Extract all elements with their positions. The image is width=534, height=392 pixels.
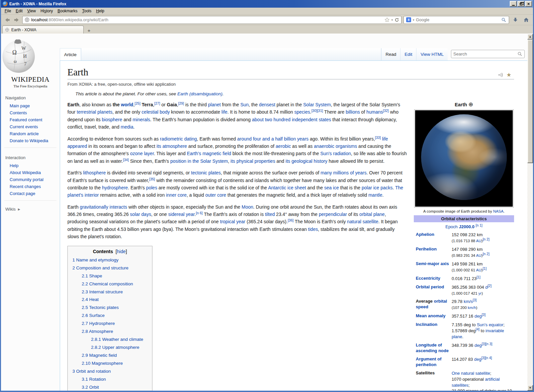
wiki-link[interactable]: biosphere: [102, 117, 123, 122]
menu-bookmarks[interactable]: Bookmarks: [55, 8, 80, 14]
wiki-link[interactable]: orbital plane: [359, 212, 385, 217]
wiki-link[interactable]: sea ice: [324, 185, 339, 190]
sidebar-item-random-article[interactable]: Random article: [1, 130, 60, 137]
wiki-link[interactable]: [25]: [134, 101, 140, 105]
wiki-link[interactable]: sidereal year: [168, 212, 195, 217]
wiki-link[interactable]: its physical properties: [230, 158, 275, 164]
wiki-link[interactable]: Mean anomaly: [416, 313, 446, 318]
engine-dropdown-icon[interactable]: ▾: [413, 18, 414, 22]
toc-link-2.7[interactable]: 2.7 Hydrosphere: [82, 321, 115, 326]
sidebar-item-current-events[interactable]: Current events: [1, 123, 60, 130]
wiki-link[interactable]: deg: [475, 343, 482, 348]
wiki-link[interactable]: AU: [476, 268, 482, 272]
url-text[interactable]: localhost:8080/en.wikipedia.org/wiki/Ear…: [31, 18, 383, 22]
wiki-link[interactable]: deg: [474, 357, 482, 362]
scrollbar-thumb[interactable]: [527, 40, 533, 163]
wiki-link[interactable]: [n 2]: [483, 252, 489, 256]
wiki-link[interactable]: Eccentricity: [416, 276, 440, 281]
menu-edit[interactable]: Edit: [13, 8, 25, 14]
wiki-link[interactable]: Argument of perihelion: [416, 356, 441, 367]
toc-link-2.6[interactable]: 2.6 Surface: [82, 313, 105, 318]
wiki-link[interactable]: billions: [346, 109, 360, 115]
earth-image[interactable]: [415, 110, 513, 207]
wiki-link[interactable]: Semi-major axis: [416, 261, 449, 266]
wiki-link[interactable]: tides: [308, 227, 318, 232]
wiki-link[interactable]: [3][n 3]: [482, 342, 492, 346]
tab-read[interactable]: Read: [381, 48, 400, 60]
search-magnifier-icon[interactable]: [501, 17, 506, 23]
google-engine-icon[interactable]: 8: [406, 17, 411, 22]
wiki-link[interactable]: terrestrial planets: [77, 109, 112, 115]
toc-link-2.8.2[interactable]: 2.8.2 Upper atmosphere: [91, 345, 139, 350]
wiki-link[interactable]: [1]: [483, 266, 487, 270]
wiki-link[interactable]: species: [294, 109, 310, 115]
sidebar-item-help[interactable]: Help: [1, 162, 60, 169]
toc-link-2.8.1[interactable]: 2.8.1 Weather and climate: [91, 337, 143, 342]
menu-tools[interactable]: Tools: [80, 8, 94, 14]
toc-link-3.1[interactable]: 3.1 Rotation: [82, 377, 106, 382]
wiki-link[interactable]: km/h: [468, 306, 476, 310]
wiki-link[interactable]: [3]: [473, 298, 477, 302]
wiki-link[interactable]: Aphelion: [416, 232, 434, 237]
tab-edit[interactable]: Edit: [400, 48, 416, 60]
wiki-link[interactable]: solar days: [130, 212, 151, 217]
wiki-link[interactable]: its atmosphere: [156, 144, 187, 149]
sidebar-item-featured-content[interactable]: Featured content: [1, 116, 60, 123]
wiki-link[interactable]: Perihelion: [416, 246, 437, 251]
toc-link-2.2[interactable]: 2.2 Chemical composition: [82, 281, 133, 286]
wiki-link[interactable]: Sun's equator: [477, 322, 503, 327]
wiki-link[interactable]: densest: [259, 102, 275, 107]
back-button[interactable]: [4, 16, 11, 24]
wiki-link[interactable]: [1]: [477, 275, 481, 279]
wiki-link[interactable]: [n 1]: [476, 223, 482, 227]
forward-button[interactable]: [13, 16, 20, 24]
sidebar-item-contact-page[interactable]: Contact page: [1, 190, 60, 197]
scroll-down-button[interactable]: ▼: [527, 385, 533, 391]
toc-link-2.8[interactable]: 2.8 Atmosphere: [82, 329, 113, 334]
sidebar-item-main-page[interactable]: Main page: [1, 102, 60, 109]
wiki-link[interactable]: celestial body: [141, 109, 170, 115]
wiki-link[interactable]: [4]: [476, 327, 480, 331]
wiki-link[interactable]: One natural satellite: [452, 371, 490, 376]
toc-link-2.10[interactable]: 2.10 Magnetosphere: [82, 361, 123, 366]
wiki-link[interactable]: AU: [476, 253, 482, 257]
wiki-link[interactable]: planet: [208, 102, 221, 107]
scroll-up-button[interactable]: ▲: [527, 34, 533, 40]
sidebar-item-wikis[interactable]: Wikis ▶: [1, 207, 60, 212]
wiki-link[interactable]: many millions of years: [320, 170, 367, 175]
toc-link-1[interactable]: 1 Name and etymology: [72, 257, 119, 262]
wiki-link[interactable]: Inclination: [416, 322, 437, 327]
wiki-link[interactable]: radiometric dating: [160, 136, 197, 142]
wiki-link[interactable]: [2]: [488, 284, 491, 288]
browser-tab-earth-xowa[interactable]: Earth - XOWA: [2, 26, 84, 34]
wiki-link[interactable]: perpendicular: [319, 212, 347, 217]
wiki-link[interactable]: [33]: [375, 136, 381, 140]
url-bar[interactable]: localhost:8080/en.wikipedia.org/wiki/Ear…: [22, 16, 401, 24]
wiki-link[interactable]: Solar System: [303, 102, 331, 107]
wiki-link[interactable]: J2000.0: [459, 224, 475, 229]
wiki-link[interactable]: [35]: [149, 177, 155, 181]
wiki-search-box[interactable]: [451, 50, 525, 58]
wiki-link[interactable]: [3]: [482, 313, 486, 317]
toc-link-2.5[interactable]: 2.5 Tectonic plates: [82, 305, 119, 310]
menu-help[interactable]: Help: [94, 8, 107, 14]
wiki-link[interactable]: aerobic: [276, 144, 291, 149]
home-button[interactable]: [522, 16, 530, 24]
wiki-link[interactable]: [29]: [178, 101, 184, 105]
toc-link-2.9[interactable]: 2.9 Magnetic field: [82, 353, 117, 358]
url-dropdown-icon[interactable]: ▾: [391, 18, 393, 22]
toc-link-2.4[interactable]: 2.4 Heat: [82, 297, 99, 302]
wiki-link[interactable]: lithosphere: [83, 170, 106, 175]
wikipedia-wordmark[interactable]: WIKIPEDIA: [1, 75, 60, 84]
wiki-link[interactable]: [36]: [288, 218, 294, 222]
toc-link-3[interactable]: 3 Orbit and rotation: [72, 369, 111, 374]
wiki-link[interactable]: [34]: [123, 158, 129, 162]
wiki-link[interactable]: [n 6]: [196, 211, 203, 215]
restore-button[interactable]: [517, 1, 524, 7]
wikipedia-globe-logo[interactable]: Ω W И 7 ω: [1, 38, 36, 73]
wiki-link[interactable]: around four and a half billion years: [237, 136, 309, 142]
wiki-link[interactable]: [27]: [154, 101, 160, 105]
wiki-link[interactable]: mantle: [368, 192, 382, 198]
wiki-link[interactable]: Antarctic ice sheet: [268, 185, 306, 190]
wiki-link[interactable]: gravitationally interacts: [80, 204, 127, 210]
